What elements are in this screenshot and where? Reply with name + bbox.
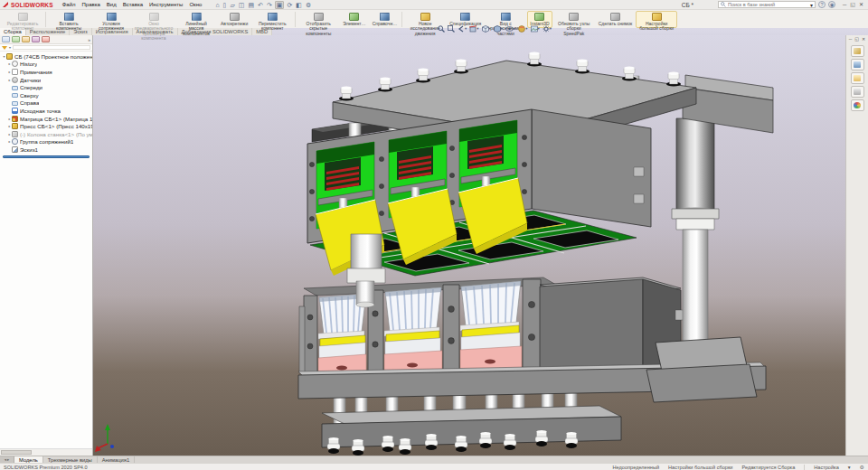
tree-item-top-plane[interactable]: Сверху — [0, 91, 92, 99]
restore-button[interactable]: ◱ — [850, 1, 855, 9]
update-speedpak-button[interactable]: Обновить узлы сборки SpeedPak — [553, 11, 595, 28]
assembly-features-button[interactable]: Элемент… — [340, 11, 368, 28]
search-input[interactable] — [728, 2, 808, 8]
rebuild-icon[interactable]: ⟳ — [286, 2, 293, 8]
tree-item-press-subassembly[interactable]: ▸Пресс СБ<1> (Пресс 140х190х74 СБ положе… — [0, 122, 92, 130]
tree-item-front-plane[interactable]: Спереди — [0, 83, 92, 91]
design-library-icon[interactable] — [851, 59, 864, 70]
large-assembly-status[interactable]: Настройки большой сборки — [668, 465, 732, 470]
doc-restore-button[interactable]: ◱ — [854, 36, 859, 42]
view-orientation-icon[interactable]: ▾ — [482, 25, 491, 33]
tree-item-sensors[interactable]: ▸Датчики — [0, 76, 92, 84]
tree-item-machine-column[interactable]: ▸(-) Колона станка<1> (По умолчанию) — [0, 130, 92, 138]
tree-item-history[interactable]: ▸History — [0, 61, 92, 69]
history-icon — [12, 61, 18, 67]
displaymanager-tab-icon[interactable] — [42, 36, 50, 42]
smart-fasteners-button[interactable]: Автокрепежи — [218, 11, 250, 28]
status-gear-icon[interactable]: ⚙ — [860, 464, 864, 470]
zoom-fit-icon[interactable] — [438, 25, 445, 33]
hide-show-items-icon[interactable]: ▾ — [505, 25, 515, 33]
tab-scroll-right-icon[interactable]: ▸ — [7, 457, 9, 462]
tree-item-mates-group[interactable]: ▸Группа сопряжений1 — [0, 138, 92, 146]
mates-icon — [12, 138, 18, 145]
redo-icon[interactable]: ↷ — [266, 2, 273, 8]
options-icon[interactable]: ⚙ — [305, 2, 312, 8]
file-properties-icon[interactable]: ◧ — [295, 2, 303, 8]
minimize-button[interactable]: ─ — [843, 1, 846, 9]
tree-horizontal-scrollbar[interactable] — [0, 448, 92, 456]
piston-rod[interactable] — [683, 230, 708, 343]
graphics-viewport[interactable] — [93, 35, 845, 456]
filter-dropdown-icon[interactable]: ▾ — [9, 45, 11, 50]
smart-fasteners-icon — [230, 13, 240, 21]
appearances-icon[interactable] — [851, 99, 864, 111]
previous-view-icon[interactable]: ▾ — [458, 25, 467, 33]
menu-tools[interactable]: Инструменты — [146, 2, 185, 7]
tree-item-sketch1[interactable]: Эскиз1 — [0, 146, 92, 154]
take-snapshot-button[interactable]: Сделать снимок — [596, 11, 635, 28]
tree-item-annotations[interactable]: ▸Примечания — [0, 68, 92, 76]
tab-scroll-left-icon[interactable]: ◂ — [5, 457, 6, 462]
task-pane-home-icon[interactable] — [851, 45, 864, 57]
tab-model[interactable]: Модель — [14, 456, 43, 463]
tab-motion-study[interactable]: Анимация1 — [98, 456, 135, 463]
edit-appearance-icon[interactable]: ▾ — [518, 25, 527, 33]
show-hidden-components-icon — [314, 13, 324, 21]
filter-funnel-icon[interactable] — [2, 46, 7, 50]
assembly-icon — [6, 53, 13, 60]
dimxpertmanager-tab-icon[interactable] — [32, 36, 40, 42]
zoom-area-icon[interactable] — [448, 25, 455, 33]
insert-components-icon — [64, 13, 74, 21]
reference-geometry-button[interactable]: Справочн… — [370, 11, 401, 28]
open-icon[interactable]: ▱ — [229, 2, 235, 8]
rollback-bar[interactable] — [3, 155, 90, 158]
doc-minimize-button[interactable]: ─ — [849, 36, 853, 42]
close-button[interactable]: ✕ — [859, 1, 863, 9]
menu-window[interactable]: Окно — [186, 2, 204, 7]
tree-item-right-plane[interactable]: Справа — [0, 99, 92, 108]
tree-item-matrix-subassembly[interactable]: ▸Матрица СБ<1> (Матрица 140х190х74 СБ по… — [0, 115, 92, 123]
large-assembly-settings-button[interactable]: Настройки большой сборки — [636, 11, 677, 28]
configurationmanager-tab-icon[interactable] — [22, 36, 30, 42]
tree-item-root[interactable]: ▾СБ (74СБ Проектное положение)<Состояние… — [0, 52, 92, 61]
select-icon[interactable]: ▣ — [275, 1, 285, 9]
print-icon[interactable]: ▤ — [247, 2, 255, 8]
file-explorer-icon[interactable] — [851, 72, 864, 84]
menu-edit[interactable]: Правка — [80, 2, 103, 7]
featuremanager-tab-icon[interactable] — [2, 36, 10, 42]
view-settings-icon[interactable]: ▾ — [542, 25, 552, 33]
tree-item-origin[interactable]: Исходная точка — [0, 107, 92, 115]
exploded-view-icon — [501, 13, 511, 21]
customize-menu[interactable]: Настройка — [814, 465, 839, 470]
propertymanager-tab-icon[interactable] — [12, 36, 20, 42]
search-box[interactable]: ▾ — [718, 1, 816, 8]
insert-components-button[interactable]: Вставить компоненты — [48, 11, 90, 28]
scene-icon[interactable]: ▾ — [531, 25, 540, 33]
tab-scroll-buttons[interactable]: ◂ ▸ — [0, 456, 14, 463]
column-cylinder[interactable] — [676, 118, 714, 211]
mate-button[interactable]: Условия сопряжения — [90, 11, 132, 28]
search-dropdown-icon[interactable]: ▾ — [810, 0, 813, 10]
menu-view[interactable]: Вид — [104, 2, 119, 7]
save-icon[interactable]: ◫ — [238, 2, 246, 8]
new-document-icon[interactable]: ▯ — [222, 2, 228, 8]
doc-close-button[interactable]: ✕ — [862, 36, 865, 42]
menu-file[interactable]: Файл — [60, 2, 79, 7]
expand-tabs-icon[interactable]: » — [88, 37, 90, 42]
linear-pattern-button[interactable]: Линейный массив компонентов — [175, 11, 217, 28]
home-icon[interactable]: ⌂ — [214, 2, 220, 8]
filter-input[interactable] — [13, 45, 90, 50]
tab-3d-views[interactable]: Трехмерные виды — [43, 456, 98, 463]
help-icon[interactable]: ? — [818, 1, 826, 8]
move-component-button[interactable]: Переместить компонент — [251, 11, 293, 28]
undo-icon[interactable]: ↶ — [257, 2, 264, 8]
customize-dropdown-icon[interactable]: ▾ — [848, 465, 851, 470]
section-view-icon[interactable]: ▾ — [469, 25, 478, 33]
view-palette-icon[interactable] — [851, 86, 864, 98]
display-style-icon[interactable]: ▾ — [494, 25, 503, 33]
show-hidden-components-button[interactable]: Отобразить скрытые компоненты — [297, 11, 339, 28]
menu-insert[interactable]: Вставка — [120, 2, 146, 7]
sw-resources-icon[interactable]: ◉ — [828, 1, 835, 8]
feature-manager-panel: » ▾ ▾СБ (74СБ Проектное положение)<Состо… — [0, 35, 93, 456]
scrollbar-thumb[interactable] — [1, 450, 32, 455]
